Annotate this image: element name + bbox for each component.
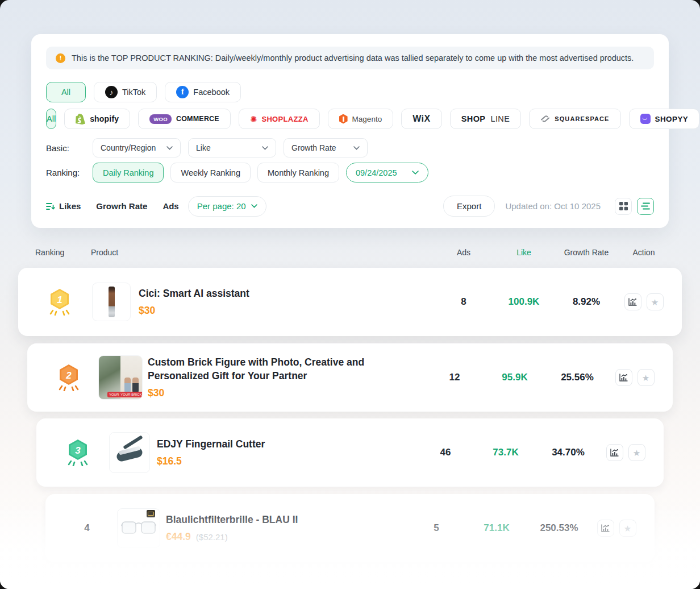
magento-icon bbox=[339, 114, 348, 124]
gold-medal-rank-1: 1 bbox=[48, 288, 71, 316]
product-image-cell bbox=[111, 508, 166, 548]
rank-cell: 1 bbox=[35, 288, 84, 316]
platform-filter-shopify[interactable]: shopify bbox=[64, 109, 130, 129]
facebook-icon: f bbox=[176, 86, 189, 98]
list-view-button[interactable] bbox=[637, 198, 654, 215]
network-filter-all-label: All bbox=[61, 88, 70, 97]
daily-ranking-tab[interactable]: Daily Ranking bbox=[93, 163, 164, 182]
ranking-label: Ranking: bbox=[46, 168, 93, 177]
platform-filter-shopyy[interactable]: SHOPYY bbox=[629, 109, 700, 129]
platform-filter-wix[interactable]: WiX bbox=[401, 109, 442, 129]
green-medal-rank-3: 3 bbox=[66, 439, 89, 466]
product-image: YOUR PHOTO YOUR BRICK bbox=[98, 355, 143, 400]
growth-rate-select-value: Growth Rate bbox=[291, 143, 336, 152]
export-button[interactable]: Export bbox=[443, 196, 495, 217]
toolbar: Likes Growrh Rate Ads Per page: 20 Expor… bbox=[46, 196, 654, 217]
sort-likes[interactable]: Likes bbox=[46, 201, 81, 211]
country-region-select[interactable]: Country/Region bbox=[93, 138, 181, 157]
platform-filter-all[interactable]: All bbox=[46, 109, 56, 129]
growth-rate-select[interactable]: Growth Rate bbox=[284, 138, 368, 157]
platform-filter-shopline[interactable]: SHOPLINE bbox=[450, 109, 522, 129]
figure-art bbox=[124, 378, 131, 392]
favorite-button[interactable]: ★ bbox=[647, 293, 664, 310]
action-cell: ★ bbox=[614, 369, 656, 386]
chevron-down-icon bbox=[262, 146, 268, 150]
growth-value: 25.56% bbox=[541, 372, 614, 383]
product-image bbox=[92, 283, 131, 321]
sort-ads[interactable]: Ads bbox=[163, 201, 178, 211]
product-title[interactable]: EDJY Fingernail Cutter bbox=[157, 438, 411, 451]
like-value: 73.7K bbox=[480, 447, 532, 458]
trend-chart-icon bbox=[601, 524, 610, 532]
product-title[interactable]: Blaulichtfilterbrille - BLAU II bbox=[166, 513, 402, 527]
shopline-label-light: LINE bbox=[490, 114, 510, 123]
product-info: Custom Brick Figure with Photo, Creative… bbox=[148, 356, 420, 399]
like-value: 95.9K bbox=[489, 372, 541, 383]
filter-card: ! This is the TOP PRODUCT RANKING: Daily… bbox=[31, 34, 669, 228]
product-image-cell bbox=[102, 432, 157, 473]
network-filter-row: All ♪ TikTok f Facebook bbox=[46, 82, 654, 102]
shoplazza-label: SHOPLAZZA bbox=[261, 115, 308, 123]
action-cell: ★ bbox=[605, 444, 647, 461]
favorite-button[interactable]: ★ bbox=[628, 444, 645, 461]
table-row[interactable]: 3 EDJY Fingernail Cutter $16.5 46 73.7K bbox=[36, 418, 664, 487]
sort-growth-rate[interactable]: Growrh Rate bbox=[96, 201, 147, 211]
platform-filter-woocommerce[interactable]: WOO COMMERCE bbox=[138, 109, 231, 129]
platform-filter-magento[interactable]: Magento bbox=[328, 109, 394, 129]
platform-filter-shoplazza[interactable]: ✺ SHOPLAZZA bbox=[239, 109, 320, 129]
image-badge: YOUR BRICK bbox=[119, 392, 143, 397]
figure-art bbox=[132, 378, 139, 392]
favorite-button[interactable]: ★ bbox=[638, 369, 655, 386]
product-label-badge bbox=[147, 510, 155, 517]
glasses-art bbox=[121, 520, 156, 537]
squarespace-icon bbox=[540, 115, 550, 123]
shopify-label: shopify bbox=[90, 114, 119, 123]
growth-value: 250.53% bbox=[523, 522, 595, 534]
updated-timestamp: Updated on: Oct 10 2025 bbox=[505, 201, 601, 211]
header-action: Action bbox=[623, 248, 665, 257]
like-select-value: Like bbox=[196, 143, 211, 152]
monthly-ranking-tab[interactable]: Monthly Ranking bbox=[257, 163, 339, 182]
facebook-label: Facebook bbox=[193, 88, 230, 97]
weekly-ranking-tab[interactable]: Weekly Ranking bbox=[170, 163, 251, 182]
brick-figures-art: YOUR BRICK bbox=[120, 356, 142, 399]
platform-filter-row: All shopify WOO COMMERCE ✺ SHOPLAZZA Mag… bbox=[46, 109, 654, 129]
product-title[interactable]: Custom Brick Figure with Photo, Creative… bbox=[148, 356, 386, 383]
trend-chart-button[interactable] bbox=[624, 293, 641, 310]
list-view-icon bbox=[641, 202, 650, 210]
network-filter-facebook[interactable]: f Facebook bbox=[165, 82, 241, 102]
network-filter-tiktok[interactable]: ♪ TikTok bbox=[94, 82, 157, 102]
per-page-value: Per page: 20 bbox=[197, 201, 246, 211]
product-image-cell bbox=[84, 283, 139, 321]
shopify-bag-icon bbox=[76, 114, 85, 125]
trend-chart-button[interactable] bbox=[615, 369, 632, 386]
orange-medal-rank-2: 2 bbox=[57, 364, 80, 391]
product-title[interactable]: Cici: Smart AI assistant bbox=[139, 287, 430, 301]
like-select[interactable]: Like bbox=[188, 138, 276, 157]
growth-value: 8.92% bbox=[550, 296, 623, 308]
ads-value: 46 bbox=[411, 447, 480, 458]
table-row[interactable]: 1 Cici: Smart AI assistant $30 8 100.9K … bbox=[18, 268, 682, 336]
table-row[interactable]: 2 YOUR PHOTO YOUR BRICK bbox=[27, 343, 673, 412]
sort-likes-label: Likes bbox=[59, 201, 81, 211]
per-page-select[interactable]: Per page: 20 bbox=[188, 196, 266, 217]
growth-value: 34.70% bbox=[532, 447, 605, 458]
shoplazza-icon: ✺ bbox=[250, 115, 257, 123]
grid-view-button[interactable] bbox=[615, 198, 632, 215]
table-row[interactable]: 4 Blaulichtfilterbrille - BLAU II €44.9 … bbox=[45, 494, 655, 562]
favorite-button[interactable]: ★ bbox=[619, 520, 636, 537]
network-filter-all[interactable]: All bbox=[46, 82, 86, 102]
product-price: $30 bbox=[139, 305, 155, 317]
platform-filter-squarespace[interactable]: SQUARESPACE bbox=[529, 109, 620, 129]
rank-cell: 4 bbox=[63, 522, 111, 534]
action-cell: ★ bbox=[595, 520, 638, 537]
sort-group: Likes Growrh Rate Ads bbox=[46, 201, 179, 211]
product-info: Cici: Smart AI assistant $30 bbox=[139, 287, 430, 317]
trend-chart-button[interactable] bbox=[597, 520, 614, 537]
rank-cell: 2 bbox=[44, 364, 93, 391]
product-image-cell: YOUR PHOTO YOUR BRICK bbox=[93, 355, 148, 400]
like-value: 71.1K bbox=[470, 522, 523, 534]
date-select[interactable]: 09/24/2025 bbox=[346, 163, 428, 182]
trend-chart-button[interactable] bbox=[606, 444, 623, 461]
star-icon: ★ bbox=[633, 449, 640, 457]
